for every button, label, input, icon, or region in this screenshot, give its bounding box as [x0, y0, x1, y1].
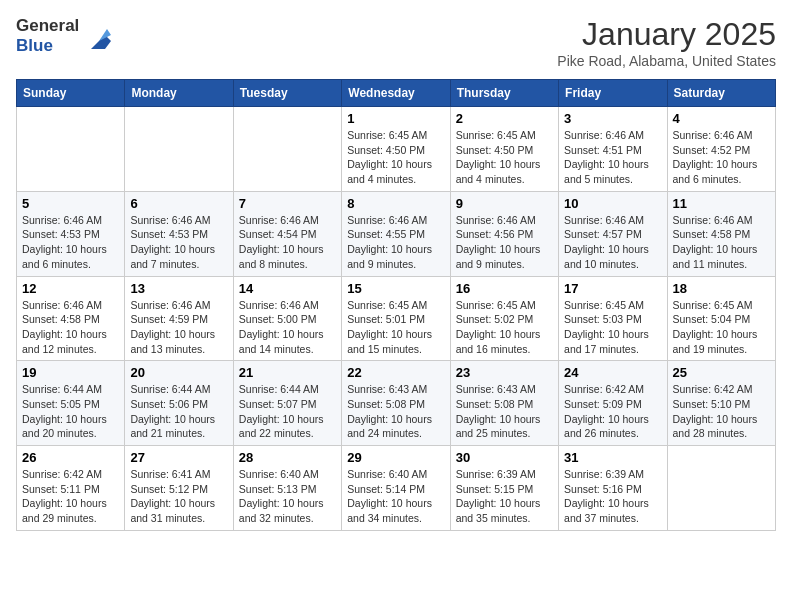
day-info: Sunrise: 6:46 AMSunset: 4:55 PMDaylight:…: [347, 213, 444, 272]
calendar-cell: [125, 107, 233, 192]
day-info: Sunrise: 6:44 AMSunset: 5:05 PMDaylight:…: [22, 382, 119, 441]
day-number: 10: [564, 196, 661, 211]
day-number: 13: [130, 281, 227, 296]
logo-general: General: [16, 16, 79, 36]
calendar-cell: 18Sunrise: 6:45 AMSunset: 5:04 PMDayligh…: [667, 276, 775, 361]
calendar-cell: 24Sunrise: 6:42 AMSunset: 5:09 PMDayligh…: [559, 361, 667, 446]
day-number: 18: [673, 281, 770, 296]
calendar-title: January 2025: [557, 16, 776, 53]
title-block: January 2025 Pike Road, Alabama, United …: [557, 16, 776, 69]
calendar-cell: 7Sunrise: 6:46 AMSunset: 4:54 PMDaylight…: [233, 191, 341, 276]
day-number: 9: [456, 196, 553, 211]
day-number: 24: [564, 365, 661, 380]
day-number: 14: [239, 281, 336, 296]
calendar-cell: 10Sunrise: 6:46 AMSunset: 4:57 PMDayligh…: [559, 191, 667, 276]
day-info: Sunrise: 6:46 AMSunset: 4:59 PMDaylight:…: [130, 298, 227, 357]
svg-marker-0: [91, 35, 111, 49]
day-info: Sunrise: 6:40 AMSunset: 5:13 PMDaylight:…: [239, 467, 336, 526]
day-number: 25: [673, 365, 770, 380]
calendar-cell: 12Sunrise: 6:46 AMSunset: 4:58 PMDayligh…: [17, 276, 125, 361]
day-info: Sunrise: 6:40 AMSunset: 5:14 PMDaylight:…: [347, 467, 444, 526]
day-info: Sunrise: 6:45 AMSunset: 4:50 PMDaylight:…: [347, 128, 444, 187]
calendar-cell: [667, 446, 775, 531]
day-info: Sunrise: 6:42 AMSunset: 5:11 PMDaylight:…: [22, 467, 119, 526]
day-number: 26: [22, 450, 119, 465]
day-info: Sunrise: 6:45 AMSunset: 5:01 PMDaylight:…: [347, 298, 444, 357]
day-number: 7: [239, 196, 336, 211]
week-row-2: 5Sunrise: 6:46 AMSunset: 4:53 PMDaylight…: [17, 191, 776, 276]
week-row-4: 19Sunrise: 6:44 AMSunset: 5:05 PMDayligh…: [17, 361, 776, 446]
day-number: 1: [347, 111, 444, 126]
day-info: Sunrise: 6:46 AMSunset: 4:52 PMDaylight:…: [673, 128, 770, 187]
logo-blue: Blue: [16, 36, 79, 56]
day-info: Sunrise: 6:45 AMSunset: 4:50 PMDaylight:…: [456, 128, 553, 187]
calendar-cell: 5Sunrise: 6:46 AMSunset: 4:53 PMDaylight…: [17, 191, 125, 276]
day-number: 29: [347, 450, 444, 465]
day-info: Sunrise: 6:42 AMSunset: 5:09 PMDaylight:…: [564, 382, 661, 441]
calendar-cell: 3Sunrise: 6:46 AMSunset: 4:51 PMDaylight…: [559, 107, 667, 192]
calendar-cell: 29Sunrise: 6:40 AMSunset: 5:14 PMDayligh…: [342, 446, 450, 531]
day-number: 21: [239, 365, 336, 380]
day-header-tuesday: Tuesday: [233, 80, 341, 107]
calendar-cell: 11Sunrise: 6:46 AMSunset: 4:58 PMDayligh…: [667, 191, 775, 276]
day-number: 19: [22, 365, 119, 380]
day-info: Sunrise: 6:44 AMSunset: 5:06 PMDaylight:…: [130, 382, 227, 441]
calendar-cell: 28Sunrise: 6:40 AMSunset: 5:13 PMDayligh…: [233, 446, 341, 531]
day-number: 15: [347, 281, 444, 296]
calendar-cell: 21Sunrise: 6:44 AMSunset: 5:07 PMDayligh…: [233, 361, 341, 446]
calendar-cell: 9Sunrise: 6:46 AMSunset: 4:56 PMDaylight…: [450, 191, 558, 276]
day-info: Sunrise: 6:39 AMSunset: 5:16 PMDaylight:…: [564, 467, 661, 526]
calendar-cell: 19Sunrise: 6:44 AMSunset: 5:05 PMDayligh…: [17, 361, 125, 446]
calendar-cell: 20Sunrise: 6:44 AMSunset: 5:06 PMDayligh…: [125, 361, 233, 446]
calendar-cell: 22Sunrise: 6:43 AMSunset: 5:08 PMDayligh…: [342, 361, 450, 446]
calendar-cell: 15Sunrise: 6:45 AMSunset: 5:01 PMDayligh…: [342, 276, 450, 361]
day-info: Sunrise: 6:45 AMSunset: 5:02 PMDaylight:…: [456, 298, 553, 357]
calendar-cell: 2Sunrise: 6:45 AMSunset: 4:50 PMDaylight…: [450, 107, 558, 192]
day-number: 22: [347, 365, 444, 380]
calendar-cell: 4Sunrise: 6:46 AMSunset: 4:52 PMDaylight…: [667, 107, 775, 192]
day-info: Sunrise: 6:46 AMSunset: 4:53 PMDaylight:…: [130, 213, 227, 272]
day-number: 31: [564, 450, 661, 465]
day-header-saturday: Saturday: [667, 80, 775, 107]
days-header-row: SundayMondayTuesdayWednesdayThursdayFrid…: [17, 80, 776, 107]
calendar-cell: 23Sunrise: 6:43 AMSunset: 5:08 PMDayligh…: [450, 361, 558, 446]
calendar-cell: 6Sunrise: 6:46 AMSunset: 4:53 PMDaylight…: [125, 191, 233, 276]
calendar-cell: 13Sunrise: 6:46 AMSunset: 4:59 PMDayligh…: [125, 276, 233, 361]
day-number: 3: [564, 111, 661, 126]
day-info: Sunrise: 6:46 AMSunset: 4:57 PMDaylight:…: [564, 213, 661, 272]
day-number: 6: [130, 196, 227, 211]
day-number: 4: [673, 111, 770, 126]
day-info: Sunrise: 6:45 AMSunset: 5:03 PMDaylight:…: [564, 298, 661, 357]
day-header-monday: Monday: [125, 80, 233, 107]
day-header-thursday: Thursday: [450, 80, 558, 107]
calendar-cell: 14Sunrise: 6:46 AMSunset: 5:00 PMDayligh…: [233, 276, 341, 361]
calendar-table: SundayMondayTuesdayWednesdayThursdayFrid…: [16, 79, 776, 531]
calendar-subtitle: Pike Road, Alabama, United States: [557, 53, 776, 69]
calendar-cell: 16Sunrise: 6:45 AMSunset: 5:02 PMDayligh…: [450, 276, 558, 361]
day-info: Sunrise: 6:46 AMSunset: 4:58 PMDaylight:…: [22, 298, 119, 357]
day-number: 17: [564, 281, 661, 296]
day-info: Sunrise: 6:44 AMSunset: 5:07 PMDaylight:…: [239, 382, 336, 441]
day-header-sunday: Sunday: [17, 80, 125, 107]
day-info: Sunrise: 6:43 AMSunset: 5:08 PMDaylight:…: [456, 382, 553, 441]
day-info: Sunrise: 6:45 AMSunset: 5:04 PMDaylight:…: [673, 298, 770, 357]
day-number: 30: [456, 450, 553, 465]
day-info: Sunrise: 6:46 AMSunset: 4:54 PMDaylight:…: [239, 213, 336, 272]
calendar-cell: 31Sunrise: 6:39 AMSunset: 5:16 PMDayligh…: [559, 446, 667, 531]
calendar-cell: 25Sunrise: 6:42 AMSunset: 5:10 PMDayligh…: [667, 361, 775, 446]
day-number: 23: [456, 365, 553, 380]
day-info: Sunrise: 6:46 AMSunset: 4:56 PMDaylight:…: [456, 213, 553, 272]
calendar-cell: 27Sunrise: 6:41 AMSunset: 5:12 PMDayligh…: [125, 446, 233, 531]
day-info: Sunrise: 6:46 AMSunset: 5:00 PMDaylight:…: [239, 298, 336, 357]
day-number: 11: [673, 196, 770, 211]
day-number: 16: [456, 281, 553, 296]
day-info: Sunrise: 6:46 AMSunset: 4:53 PMDaylight:…: [22, 213, 119, 272]
calendar-cell: [17, 107, 125, 192]
day-info: Sunrise: 6:46 AMSunset: 4:58 PMDaylight:…: [673, 213, 770, 272]
day-header-friday: Friday: [559, 80, 667, 107]
day-number: 20: [130, 365, 227, 380]
day-number: 28: [239, 450, 336, 465]
logo-icon: [83, 21, 113, 51]
calendar-cell: [233, 107, 341, 192]
day-info: Sunrise: 6:43 AMSunset: 5:08 PMDaylight:…: [347, 382, 444, 441]
